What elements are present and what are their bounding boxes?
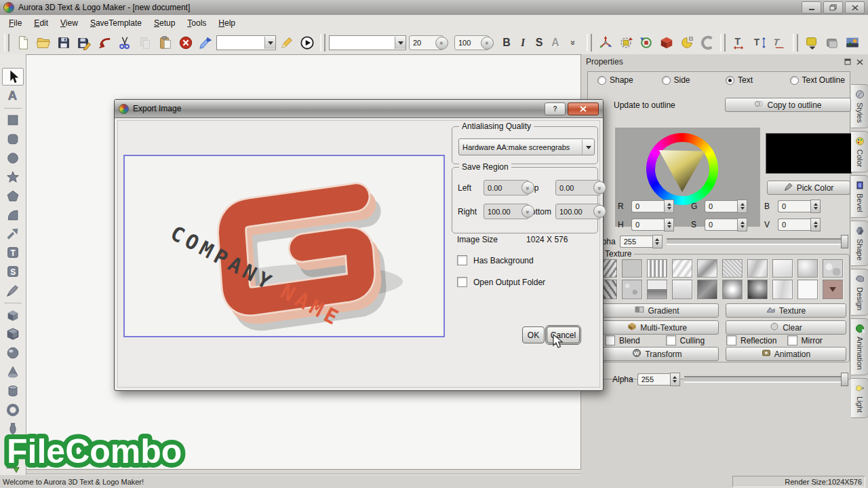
delete-icon[interactable] [176,33,195,52]
format-b-button[interactable]: B [499,35,514,51]
animation-button[interactable]: Animation [726,347,846,361]
menu-edit[interactable]: Edit [28,16,54,30]
spinner-arrows-icon[interactable] [810,218,821,231]
texture-swatch-white[interactable] [797,280,818,299]
panel-float-icon[interactable] [843,58,852,66]
combo-arrow-icon[interactable] [395,37,406,49]
slider-thumb[interactable] [841,373,848,386]
format-i-button[interactable]: I [515,35,530,51]
spinner-chevron-icon[interactable]: » [593,181,606,194]
checkbox-box[interactable] [457,255,467,265]
radio-button[interactable] [597,76,606,85]
spinner-chevron-icon[interactable]: » [435,37,448,50]
tab-light[interactable]: Light [851,378,868,418]
checkbox-culling[interactable]: Culling [666,335,727,345]
tool-symbol[interactable]: S [2,263,24,280]
tool-cone[interactable] [2,363,24,381]
gradient-button[interactable]: Gradient [595,303,719,318]
spinner-chevron-icon[interactable]: » [593,205,606,218]
tool-text[interactable]: A [2,87,24,105]
cube-icon[interactable] [656,33,676,52]
paste-icon[interactable] [155,33,175,52]
format-a-button[interactable]: A [548,35,563,51]
tab-shape[interactable]: Shape [851,221,868,266]
texture-button[interactable]: Texture [726,303,846,318]
dialog-help-button[interactable]: ? [545,102,566,115]
rotate-object-icon[interactable] [616,33,635,52]
text-width-icon[interactable]: T [729,33,749,52]
checkbox-blend[interactable]: Blend [595,335,666,345]
texture-swatch-horizon[interactable] [647,280,667,299]
texture-swatch-dark-glow[interactable] [747,280,768,299]
arc-bend-icon[interactable] [697,33,717,52]
cut-icon[interactable] [115,33,134,52]
play-icon[interactable] [297,33,317,52]
style-shadow-icon[interactable] [822,33,842,52]
copy-to-outline-button[interactable]: Copy to outline [725,98,851,112]
copy-icon[interactable] [135,33,155,52]
recent-files-combo[interactable] [216,35,276,50]
more-options-chevron-icon[interactable]: » [564,33,583,52]
spinner-arrows-icon[interactable] [737,200,747,213]
background-image-icon[interactable] [842,33,862,52]
texture-swatch-smooth[interactable] [672,280,692,299]
save-icon[interactable] [54,33,73,52]
export-icon[interactable] [94,33,114,52]
texture-swatch-flat[interactable] [622,259,642,278]
color-alpha-slider[interactable] [667,238,848,245]
spinner-chevron-icon[interactable]: » [521,181,534,194]
menu-savetemplate[interactable]: SaveTemplate [84,16,148,30]
spinner-arrows-icon[interactable] [737,218,747,231]
tool-square[interactable] [2,112,24,130]
slider-thumb[interactable] [841,235,848,248]
pencil-icon[interactable] [277,33,296,52]
tool-torus[interactable] [2,401,24,419]
spinner-arrows-icon[interactable] [664,218,674,231]
save-as-icon[interactable] [74,33,94,52]
radio-side[interactable]: Side [658,75,722,85]
text-height-icon[interactable]: T [749,33,769,52]
texture-swatch-dark-fabric[interactable] [697,280,717,299]
style-apply-icon[interactable] [802,33,821,52]
checkbox-reflection[interactable]: Reflection [726,335,787,345]
panel-close-icon[interactable] [855,58,864,66]
spinner-arrows-icon[interactable] [810,200,821,213]
restore-icon[interactable] [823,1,843,14]
channel-r-spinner[interactable]: 0 [631,200,691,213]
open-folder-icon[interactable] [33,33,53,52]
tool-import-symbol[interactable]: S [2,438,24,456]
tool-cube[interactable] [2,307,24,324]
checkbox-open-output-folder[interactable]: Open Output Folder [457,277,545,287]
tool-pointer[interactable] [2,68,24,86]
channel-s-spinner[interactable]: 0 [705,218,764,231]
channel-g-spinner[interactable]: 0 [705,200,764,213]
font-size-spinner[interactable]: 20 » [409,35,443,50]
dialog-title-bar[interactable]: Export Image ? [115,100,603,118]
spinner-chevron-icon[interactable]: » [521,205,534,218]
tool-sphere[interactable] [2,344,24,362]
tab-design[interactable]: Design [851,269,868,316]
multi-texture-button[interactable]: Multi-Texture [595,320,719,335]
close-icon[interactable] [845,1,865,14]
tool-pen[interactable] [2,282,24,299]
radio-button[interactable] [662,76,671,85]
spinner-arrows-icon[interactable] [664,200,674,213]
save-region-right-field[interactable]: 100.00» [484,204,529,219]
texture-alpha-slider[interactable] [684,376,848,383]
checkbox-box[interactable] [605,335,615,345]
checkbox-mirror[interactable]: Mirror [787,335,848,345]
texture-swatch-paper[interactable] [772,259,793,278]
texture-swatch-cloth[interactable] [823,259,843,278]
dialog-close-icon[interactable] [568,102,599,115]
radio-text-outline[interactable]: Text Outline [786,75,850,85]
channel-b-spinner[interactable]: 0 [778,200,836,213]
channel-v-spinner[interactable]: 0 [778,218,836,231]
channel-h-spinner[interactable]: 0 [631,218,691,231]
texture-swatch-silk[interactable] [747,259,768,278]
tool-star[interactable] [2,168,24,186]
format-brush-icon[interactable] [196,33,216,52]
tab-animation[interactable]: MAnimation [851,318,868,375]
checkbox-box[interactable] [726,335,736,345]
tool-rounded-cube[interactable] [2,326,24,343]
spinner-chevron-icon[interactable]: » [481,37,494,50]
